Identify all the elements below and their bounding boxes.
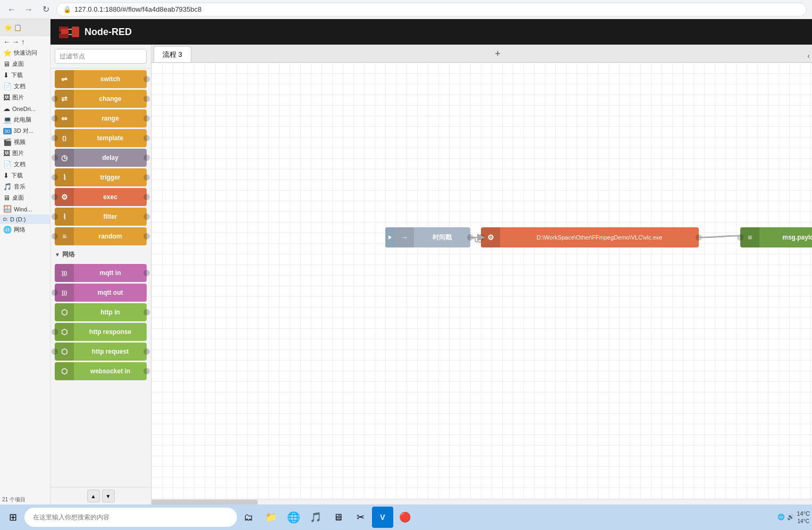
- palette-node-filter[interactable]: ⌇ filter: [55, 208, 147, 226]
- star-icon: ⭐: [3, 49, 12, 57]
- palette-node-delay[interactable]: ◷ delay: [55, 149, 147, 167]
- palette-node-change[interactable]: ⇄ change: [55, 90, 147, 108]
- palette-node-http-request[interactable]: ⬡ http request: [55, 343, 147, 361]
- palette-node-switch[interactable]: ⇌ switch: [55, 70, 147, 88]
- weather-temp: 14°C: [797, 510, 810, 517]
- back-button[interactable]: ←: [5, 3, 18, 16]
- sidebar-quickaccess[interactable]: ⭐ 快速访问: [0, 47, 50, 58]
- scroll-up-button[interactable]: ▲: [87, 490, 100, 502]
- sidebar-dl2[interactable]: ⬇ 下载: [0, 170, 50, 181]
- vscode-icon: V: [380, 513, 385, 522]
- explorer-taskbar-button[interactable]: 📁: [260, 507, 282, 528]
- delay-right-port: [143, 155, 150, 161]
- desktop-icon: 🖥: [3, 60, 10, 68]
- canvas-node-debug[interactable]: ≡ msg.payload ≡: [740, 227, 812, 247]
- sidebar-docs2[interactable]: 📄 文档: [0, 159, 50, 170]
- win-explorer-sidebar: ⭐ 📋 ← → ↑ ⭐ 快速访问 🖥 桌面 ⬇ 下载 📄 文档 🖼 图片 ☁ O…: [0, 19, 50, 505]
- 3d-icon: 3D: [3, 128, 12, 134]
- sidebar-pics2[interactable]: 🖼 图片: [0, 148, 50, 159]
- palette-node-websocket-in[interactable]: ⬡ websocket in: [55, 362, 147, 380]
- tab-flow3[interactable]: 流程 3: [154, 46, 191, 62]
- dl2-icon: ⬇: [3, 172, 9, 179]
- url-bar[interactable]: 🔒 127.0.0.1:1880/#/flow/f4a4d8eab7935bc8: [56, 3, 807, 16]
- win-toolbar: ⭐ 📋: [4, 24, 22, 31]
- vscode-taskbar-button[interactable]: V: [372, 507, 393, 528]
- taskview-button[interactable]: 🗂: [238, 507, 259, 528]
- forward-button[interactable]: →: [22, 3, 35, 16]
- media-taskbar-button[interactable]: 🎵: [305, 507, 326, 528]
- palette-node-mqtt-in[interactable]: ))) mqtt in: [55, 264, 147, 282]
- sidebar-documents[interactable]: 📄 文档: [0, 81, 50, 92]
- palette-node-http-in[interactable]: ⬡ http in: [55, 303, 147, 321]
- mqtt-out-label: mqtt out: [74, 289, 147, 296]
- http-in-right-port: [143, 309, 150, 315]
- sidebar-desktop2[interactable]: 🖥 桌面: [0, 192, 50, 203]
- websocket-in-label: websocket in: [74, 367, 147, 375]
- flow-canvas[interactable]: → 时间戳 ⚙ D:\WorkSpace\Other\FFmpegDemo\VL…: [151, 63, 812, 499]
- random-left-port: [52, 233, 58, 240]
- forward-icon: →: [12, 38, 19, 46]
- url-text: 127.0.0.1:1880/#/flow/f4a4d8eab7935bc8: [74, 5, 201, 13]
- sidebar-onedrive[interactable]: ☁ OneDri...: [0, 103, 50, 114]
- exec-right-port: [696, 234, 702, 241]
- canvas-hscroll-thumb[interactable]: [151, 500, 258, 505]
- http-in-label: http in: [74, 309, 147, 316]
- add-tab-button[interactable]: +: [492, 47, 504, 60]
- palette-node-trigger[interactable]: ⌇ trigger: [55, 168, 147, 186]
- reload-button[interactable]: ↻: [39, 3, 52, 16]
- media-icon: 🎵: [310, 511, 322, 523]
- palette-node-exec[interactable]: ⚙ exec: [55, 188, 147, 206]
- exec-palette-right-port: [143, 194, 150, 200]
- http-request-right-port: [143, 348, 150, 355]
- collapse-sidebar-button[interactable]: ‹: [807, 52, 810, 60]
- lock-icon: 🔒: [63, 6, 71, 13]
- thispc-icon: 💻: [3, 116, 12, 124]
- docs2-icon: 📄: [3, 160, 12, 168]
- nr-taskbar-button[interactable]: 🔴: [394, 507, 416, 528]
- switch-label: switch: [74, 75, 147, 83]
- exec-node-label: D:\WorkSpace\Other\FFmpegDemo\VLC\vlc.ex…: [500, 234, 699, 241]
- sidebar-thispc[interactable]: 💻 此电脑: [0, 114, 50, 125]
- sidebar-pictures[interactable]: 🖼 图片: [0, 92, 50, 103]
- sidebar-music[interactable]: 🎵 音乐: [0, 181, 50, 192]
- sidebar-ddrive[interactable]: D: D (D:): [0, 215, 50, 224]
- nr-taskbar-icon: 🔴: [399, 511, 411, 523]
- sidebar-desktop[interactable]: 🖥 桌面: [0, 58, 50, 70]
- scroll-down-button[interactable]: ▼: [102, 490, 115, 502]
- desktop-label: 桌面: [12, 60, 24, 68]
- random-right-port: [143, 233, 150, 240]
- sidebar-network[interactable]: 🌐 网络: [0, 224, 50, 235]
- canvas-node-exec[interactable]: ⚙ D:\WorkSpace\Other\FFmpegDemo\VLC\vlc.…: [481, 227, 699, 247]
- canvas-node-inject[interactable]: → 时间戳: [385, 227, 470, 247]
- inject-button[interactable]: [385, 227, 395, 247]
- app-title: Node-RED: [84, 27, 132, 38]
- nr-logo-svg: [59, 24, 80, 39]
- palette-node-template[interactable]: {} template: [55, 129, 147, 147]
- svg-rect-2: [61, 29, 69, 34]
- nr-main: ⇌ switch ⇄ change ⇔ range: [50, 45, 812, 505]
- palette-category-network[interactable]: ▼ 网络: [50, 247, 151, 262]
- video-label: 视频: [14, 138, 26, 146]
- palette-node-range[interactable]: ⇔ range: [55, 109, 147, 127]
- canvas-hscroll[interactable]: [151, 499, 812, 505]
- terminal-taskbar-button[interactable]: 🖥: [327, 507, 349, 528]
- sidebar-downloads[interactable]: ⬇ 下载: [0, 70, 50, 81]
- taskbar-clock: 14°C: [797, 518, 810, 525]
- sidebar-windows[interactable]: 🪟 Wind...: [0, 203, 50, 215]
- win-nav-back[interactable]: ← → ↑: [0, 36, 50, 47]
- folder-icon: 📁: [265, 511, 277, 523]
- palette-search-area: [50, 45, 151, 69]
- snip-taskbar-button[interactable]: ✂: [350, 507, 371, 528]
- palette-node-mqtt-out[interactable]: ))) mqtt out: [55, 284, 147, 302]
- palette-search-input[interactable]: [55, 49, 147, 64]
- sidebar-3d[interactable]: 3D 3D 对...: [0, 125, 50, 136]
- chrome-taskbar-button[interactable]: 🌐: [283, 507, 304, 528]
- palette-node-http-response[interactable]: ⬡ http response: [55, 323, 147, 341]
- taskbar-search-input[interactable]: [24, 508, 237, 527]
- inject-node-icon: →: [395, 227, 414, 247]
- start-button[interactable]: ⊞: [2, 507, 23, 528]
- windows-label: Wind...: [14, 206, 32, 212]
- palette-node-random[interactable]: ≡ random: [55, 227, 147, 245]
- sidebar-video[interactable]: 🎬 视频: [0, 136, 50, 148]
- terminal-icon: 🖥: [333, 512, 343, 523]
